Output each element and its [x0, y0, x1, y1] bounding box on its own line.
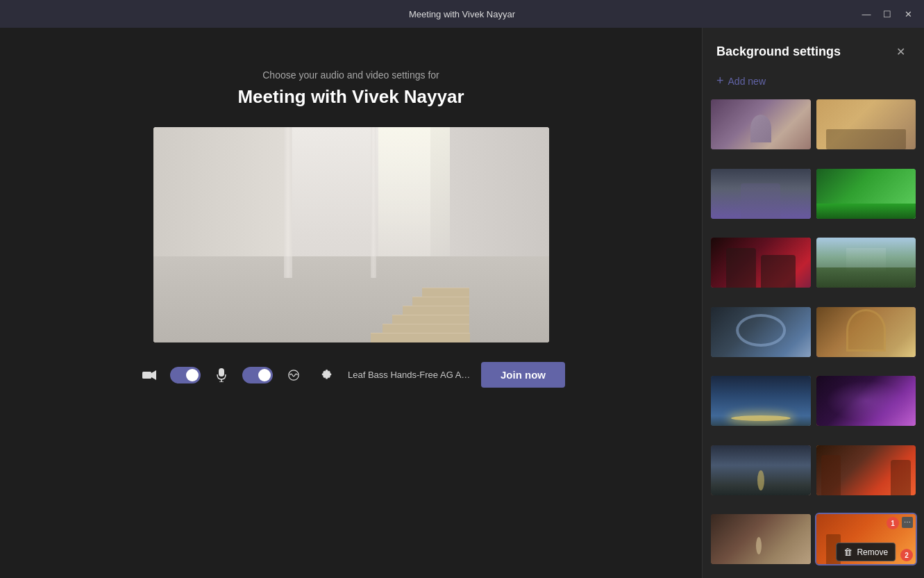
background-settings-panel: Background settings ✕ + Add new [702, 28, 924, 578]
bg-panel-header: Background settings ✕ [703, 28, 924, 69]
scene-window-light [378, 127, 450, 256]
camera-icon [142, 370, 156, 381]
camera-toggle-knob [186, 369, 199, 381]
bg-thumbnail-8[interactable] [816, 307, 916, 357]
camera-button[interactable] [137, 363, 162, 388]
trash-icon: 🗑 [843, 547, 852, 557]
bg-thumbnail-12[interactable] [816, 445, 916, 495]
bg-thumbnail-1[interactable] [711, 99, 811, 149]
gear-icon [321, 369, 333, 381]
add-icon: + [716, 74, 724, 88]
background-thumbnails-grid: 1 ⋯ 🗑 Remove 2 [703, 99, 924, 578]
audio-device-label: Leaf Bass Hands-Free AG Au... [348, 370, 473, 380]
scene-stairs [371, 246, 470, 343]
camera-toggle[interactable] [170, 367, 201, 383]
mic-toggle-knob [258, 369, 271, 381]
bg-thumbnail-2[interactable] [816, 99, 916, 149]
add-new-button[interactable]: + Add new [703, 69, 924, 99]
noise-suppression-button[interactable] [281, 363, 306, 388]
video-preview [153, 127, 549, 342]
bg-thumbnail-4[interactable] [816, 169, 916, 219]
bg-thumbnail-7[interactable] [711, 307, 811, 357]
bg-thumbnail-9[interactable] [711, 376, 811, 426]
minimize-button[interactable]: — [862, 9, 871, 19]
stair-4 [403, 306, 470, 315]
window-title: Meeting with Vivek Nayyar [409, 9, 515, 19]
maximize-button[interactable]: ☐ [882, 9, 892, 19]
join-now-button[interactable]: Join now [481, 362, 565, 388]
mic-button[interactable] [209, 363, 234, 388]
bg-thumbnail-11[interactable] [711, 445, 811, 495]
titlebar: Meeting with Vivek Nayyar — ☐ ✕ [0, 0, 924, 28]
stair-5 [412, 297, 470, 306]
stair-2 [383, 324, 469, 333]
mic-toggle[interactable] [242, 367, 273, 383]
window-controls: — ☐ ✕ [862, 9, 913, 19]
scene-column-1 [284, 127, 292, 278]
bg-panel-title: Background settings [716, 44, 841, 59]
microphone-icon [217, 368, 226, 382]
add-new-label: Add new [728, 76, 766, 87]
bg-panel-close-button[interactable]: ✕ [891, 42, 910, 61]
close-button[interactable]: ✕ [903, 9, 913, 19]
stair-6 [422, 288, 469, 297]
video-scene [153, 127, 549, 342]
main-layout: Choose your audio and video settings for… [0, 28, 924, 578]
meeting-title: Meeting with Vivek Nayyar [237, 86, 464, 108]
noise-suppression-icon [287, 369, 300, 381]
svg-marker-1 [151, 370, 156, 380]
settings-button[interactable] [314, 363, 339, 388]
remove-popup: 🗑 Remove [836, 543, 896, 561]
bg-thumbnail-14-selected[interactable]: 1 ⋯ 🗑 Remove 2 [816, 514, 916, 564]
bg-thumbnail-6[interactable] [816, 238, 916, 288]
stair-1 [371, 333, 470, 342]
meeting-subtitle: Choose your audio and video settings for [262, 69, 439, 81]
stair-3 [392, 315, 469, 324]
scene-floor [153, 256, 549, 342]
bg-thumbnail-3[interactable] [711, 169, 811, 219]
content-area: Choose your audio and video settings for… [0, 28, 702, 578]
remove-label[interactable]: Remove [857, 547, 888, 557]
svg-rect-0 [142, 372, 151, 379]
bg-thumbnail-13[interactable] [711, 514, 811, 564]
svg-rect-2 [219, 368, 224, 377]
bg-thumbnail-10[interactable] [816, 376, 916, 426]
controls-bar: Leaf Bass Hands-Free AG Au... Join now [123, 356, 579, 393]
bg-thumbnail-5[interactable] [711, 238, 811, 288]
more-options-button[interactable]: ⋯ [902, 517, 913, 528]
